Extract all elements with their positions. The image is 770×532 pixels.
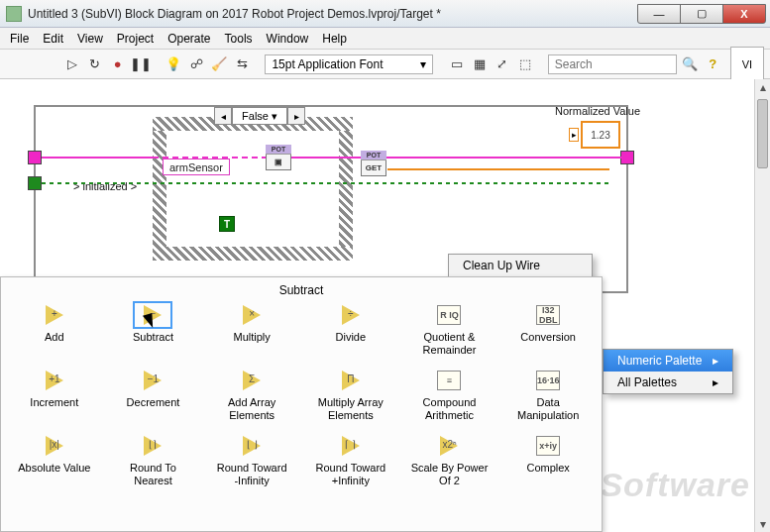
case-selector-label[interactable]: False ▾: [232, 107, 287, 125]
shift-register-left[interactable]: [28, 151, 42, 164]
palette-item-label: Round Toward +Infinity: [315, 462, 385, 487]
case-prev-button[interactable]: ◂: [214, 107, 232, 125]
resize-button[interactable]: ⤢: [493, 54, 511, 74]
palette-item[interactable]: ÷Divide: [301, 303, 400, 357]
pot-open-node[interactable]: POT ▣: [266, 145, 291, 170]
palette-item-icon: Σ: [234, 369, 270, 392]
search-input[interactable]: [548, 54, 677, 74]
search-icon[interactable]: 🔍: [681, 54, 700, 74]
palette-item[interactable]: ⌊⌉Round To Nearest: [104, 434, 203, 487]
palette-item-icon: x+iy: [530, 434, 566, 458]
order-button[interactable]: ⬚: [515, 54, 534, 74]
palette-item-icon: +1: [37, 369, 72, 392]
submenu-numeric-palette[interactable]: Numeric Palette ▸: [604, 350, 732, 372]
wire-pink[interactable]: [386, 157, 622, 159]
case-selector: ◂ False ▾ ▸: [214, 107, 305, 125]
palette-item[interactable]: 16·16Data Manipulation: [498, 369, 598, 422]
case-next-button[interactable]: ▸: [287, 107, 305, 125]
wire-pink[interactable]: [42, 157, 153, 159]
menu-view[interactable]: View: [77, 32, 103, 46]
wire-green[interactable]: [153, 182, 608, 184]
palette-item[interactable]: ⌊ ⌋Round Toward -Infinity: [202, 434, 301, 487]
tunnel-green-left[interactable]: [28, 176, 42, 190]
palette-item-icon: R IQ: [431, 303, 467, 327]
palette-item[interactable]: ≡Compound Arithmetic: [400, 369, 499, 422]
block-diagram-canvas[interactable]: TS ation Software ◂ False ▾ ▸ > initiali…: [0, 79, 770, 532]
pot-get-node[interactable]: POT GET: [361, 151, 386, 176]
titlebar: Untitled 3 (SubVI) Block Diagram on 2017…: [0, 0, 770, 28]
palette-item-label: Complex: [526, 462, 569, 475]
minimize-button[interactable]: —: [637, 4, 681, 24]
menu-file[interactable]: File: [10, 32, 29, 46]
menu-tools[interactable]: Tools: [225, 32, 253, 46]
palette-item[interactable]: +Add: [5, 303, 104, 357]
chevron-down-icon: ▾: [420, 57, 426, 71]
palette-item-icon: ×: [234, 303, 270, 327]
retain-wires-icon[interactable]: ☍: [187, 54, 206, 74]
palette-item-label: Scale By Power Of 2: [411, 462, 489, 487]
palette-item[interactable]: +1Increment: [5, 369, 104, 422]
menu-project[interactable]: Project: [117, 32, 154, 46]
close-button[interactable]: X: [722, 4, 766, 24]
vertical-scrollbar[interactable]: ▴ ▾: [754, 79, 770, 532]
palette-item-label: Data Manipulation: [517, 396, 579, 422]
pause-button[interactable]: ❚❚: [131, 54, 151, 74]
arm-sensor-constant[interactable]: armSensor: [163, 159, 230, 175]
scroll-up-icon[interactable]: ▴: [755, 79, 770, 95]
abort-button[interactable]: ●: [108, 54, 127, 74]
palette-item[interactable]: ΠMultiply Array Elements: [301, 369, 400, 422]
submenu-arrow-icon: ▸: [713, 354, 718, 368]
align-button[interactable]: ▭: [447, 54, 466, 74]
reorder-icon[interactable]: ⇆: [233, 54, 252, 74]
menu-help[interactable]: Help: [322, 32, 347, 46]
help-icon[interactable]: ?: [704, 54, 722, 74]
palette-item-icon: −: [135, 303, 170, 327]
menu-window[interactable]: Window: [267, 32, 309, 46]
palette-item[interactable]: −Subtract: [104, 303, 203, 357]
palette-item[interactable]: x+iyComplex: [498, 434, 598, 487]
palette-item[interactable]: ⌈ ⌉Round Toward +Infinity: [301, 434, 400, 487]
wire-orange[interactable]: [387, 168, 609, 170]
chevron-down-icon: ▾: [272, 110, 277, 123]
palette-item[interactable]: ×Multiply: [202, 303, 301, 357]
run-button[interactable]: ▷: [62, 54, 81, 74]
palette-item[interactable]: R IQQuotient & Remainder: [400, 303, 499, 357]
palette-item-icon: −1: [135, 369, 170, 392]
palette-item-icon: ÷: [333, 303, 369, 327]
vi-icon[interactable]: VI: [730, 47, 764, 82]
palette-item-label: Round To Nearest: [130, 462, 176, 487]
palette-item-label: Compound Arithmetic: [423, 396, 477, 422]
palette-item-icon: ⌊ ⌋: [234, 434, 270, 458]
wire-green[interactable]: [42, 182, 153, 184]
highlight-execution-icon[interactable]: 💡: [165, 54, 183, 74]
wire-pink[interactable]: [291, 157, 361, 159]
palette-item-icon: 16·16: [530, 369, 566, 392]
menu-operate[interactable]: Operate: [167, 32, 210, 46]
ctx-clean-up-wire[interactable]: Clean Up Wire: [449, 255, 592, 276]
palette-item-label: Add Array Elements: [228, 396, 275, 422]
submenu-all-palettes[interactable]: All Palettes ▸: [604, 372, 732, 393]
maximize-button[interactable]: ▢: [680, 4, 723, 24]
distribute-button[interactable]: ▦: [470, 54, 489, 74]
wire-pink[interactable]: [153, 157, 266, 159]
run-continuous-button[interactable]: ↻: [85, 54, 104, 74]
true-constant[interactable]: T: [219, 216, 235, 232]
menu-edit[interactable]: Edit: [43, 32, 63, 46]
scroll-thumb[interactable]: [757, 99, 768, 168]
palette-item[interactable]: x2ⁿScale By Power Of 2: [400, 434, 499, 487]
shift-register-right[interactable]: [620, 151, 634, 164]
pot-get-node-top: POT: [361, 151, 386, 160]
palette-item[interactable]: I32 DBLConversion: [498, 303, 598, 357]
submenu-item-label: Numeric Palette: [617, 354, 702, 368]
palette-item-icon: x2ⁿ: [431, 434, 467, 458]
scroll-down-icon[interactable]: ▾: [755, 516, 770, 532]
case-structure[interactable]: [153, 117, 353, 261]
normalized-value-indicator[interactable]: ▸ 1.23: [569, 121, 620, 149]
palette-item[interactable]: −1Decrement: [104, 369, 203, 422]
font-selector[interactable]: 15pt Application Font ▾: [265, 54, 433, 74]
palette-item-icon: I32 DBL: [530, 303, 566, 327]
palette-item[interactable]: ΣAdd Array Elements: [202, 369, 301, 422]
palette-grid: +Add−Subtract×Multiply÷DivideR IQQuotien…: [1, 303, 602, 487]
palette-item[interactable]: |x|Absolute Value: [5, 434, 104, 487]
clean-diagram-icon[interactable]: 🧹: [210, 54, 229, 74]
